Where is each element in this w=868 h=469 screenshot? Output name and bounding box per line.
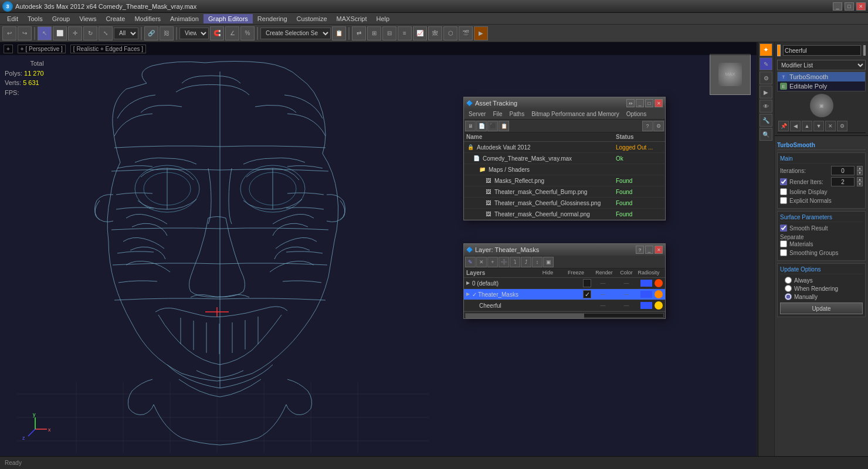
modifier-move-up[interactable]: ▲ [802, 121, 812, 131]
mirror-button[interactable]: ⇄ [352, 26, 366, 40]
layers-delete-btn[interactable]: ✕ [476, 257, 487, 267]
update-button[interactable]: Update [780, 303, 863, 314]
menu-help[interactable]: Help [372, 14, 395, 23]
motion-tab-icon[interactable]: ▶ [760, 86, 772, 98]
layer-row-cheerful[interactable]: Cheerful — — [464, 300, 665, 311]
asset-tracking-titlebar[interactable]: 🔷 Asset Tracking ⇔ _ □ ✕ [464, 97, 665, 109]
array-button[interactable]: ⊞ [367, 26, 381, 40]
snap-button[interactable]: 🧲 [210, 26, 224, 40]
viewport-perspective-label[interactable]: + [ Perspective ] [18, 45, 66, 53]
minimize-button[interactable]: _ [833, 2, 842, 11]
menu-views[interactable]: Views [74, 14, 101, 23]
layer-row-theater-masks[interactable]: ▶ ✓ Theater_Masks ✓ — — [464, 289, 665, 300]
window-controls[interactable]: _ □ ✕ [833, 2, 866, 11]
when-rendering-radio[interactable] [785, 285, 792, 292]
modifier-delete[interactable]: ✕ [825, 121, 836, 131]
angle-snap-button[interactable]: ∠ [225, 26, 239, 40]
asset-row-maxfile[interactable]: 📄 Comedy_Theatre_Mask_vray.max Ok [464, 153, 665, 164]
asset-row-normal[interactable]: 🖼 Theater_mask_Cheerful_normal.png Found [464, 209, 665, 220]
asset-menu-options[interactable]: Options [623, 110, 650, 118]
layer-color-theater[interactable] [640, 291, 652, 298]
maximize-button[interactable]: □ [845, 2, 854, 11]
modifier-nav-left[interactable]: ◀ [790, 121, 801, 131]
asset-menu-file[interactable]: File [489, 110, 506, 118]
object-color-picker[interactable] [863, 45, 866, 56]
render-iters-down[interactable]: ▼ [857, 182, 863, 186]
render-setup-button[interactable]: 🎬 [459, 26, 473, 40]
layer-check-default[interactable] [583, 279, 591, 287]
scale-button[interactable]: ⤡ [99, 26, 113, 40]
modifier-item-turbosmooth[interactable]: T TurboSmooth [778, 72, 865, 81]
asset-tracking-expand[interactable]: ⇔ [626, 99, 635, 107]
layers-minimize[interactable]: _ [645, 246, 653, 254]
menu-create[interactable]: Create [101, 14, 130, 23]
layer-color-cheerful[interactable] [640, 302, 652, 309]
render-iters-value[interactable]: 2 [831, 177, 855, 186]
object-color-swatch[interactable] [777, 45, 781, 56]
curve-editor-button[interactable]: 📈 [413, 26, 427, 40]
menu-customize[interactable]: Customize [292, 14, 332, 23]
object-name-input[interactable] [783, 45, 861, 56]
layer-row-default[interactable]: ▶ 0 (default) — — [464, 278, 665, 289]
search-icon[interactable]: 🔍 [760, 128, 772, 141]
close-button[interactable]: ✕ [856, 2, 866, 11]
layer-expand-default[interactable]: ▶ [466, 280, 472, 286]
layers-help[interactable]: ? [636, 246, 644, 254]
menu-edit[interactable]: Edit [2, 14, 23, 23]
asset-row-glossiness[interactable]: 🖼 Theater_mask_Cheerful_Glossiness.png F… [464, 198, 665, 209]
layers-edit-btn[interactable]: ✎ [465, 257, 476, 267]
display-tab-icon[interactable]: 👁 [760, 100, 772, 113]
undo-button[interactable]: ↩ [2, 26, 16, 40]
rotate-button[interactable]: ↻ [83, 26, 97, 40]
viewport-render-label[interactable]: [ Realistic + Edged Faces ] [70, 45, 146, 53]
layers-btn6[interactable]: ↕ [532, 257, 542, 267]
utility-tab-icon[interactable]: 🔧 [760, 114, 772, 127]
layer-expand-theater[interactable]: ▶ [466, 291, 472, 297]
create-tab-icon[interactable]: ✦ [760, 43, 772, 56]
redo-button[interactable]: ↪ [18, 26, 32, 40]
menu-tools[interactable]: Tools [23, 14, 48, 23]
menu-group[interactable]: Group [48, 14, 75, 23]
modifier-move-down[interactable]: ▼ [813, 121, 824, 131]
layer-check-theater[interactable]: ✓ [583, 290, 591, 298]
layers-scrollbar-thumb[interactable] [466, 314, 584, 318]
asset-menu-server[interactable]: Server [465, 110, 489, 118]
layers-titlebar[interactable]: 🔷 Layer: Theater_Masks ? _ ✕ [464, 244, 665, 256]
asset-tb-btn3[interactable]: ⬛ [487, 121, 498, 131]
filter-select[interactable]: All [114, 28, 138, 39]
always-radio[interactable] [785, 277, 792, 284]
pin-button[interactable]: 📌 [778, 121, 789, 131]
asset-tb-settings[interactable]: ⚙ [653, 121, 664, 131]
asset-row-vault[interactable]: 🔒 Autodesk Vault 2012 Logged Out ... [464, 142, 665, 153]
schematic-view-button[interactable]: 🕸 [428, 26, 442, 40]
asset-row-bump[interactable]: 🖼 Theater_mask_Cheerful_Bump.png Found [464, 186, 665, 198]
layers-btn4[interactable]: ⤵ [510, 257, 520, 267]
asset-tb-btn2[interactable]: 📄 [476, 121, 487, 131]
layers-select-btn[interactable]: ▣ [543, 257, 554, 267]
materials-checkbox[interactable] [780, 240, 787, 247]
modifier-config[interactable]: ⚙ [837, 121, 847, 131]
render-button[interactable]: ▶ [474, 26, 488, 40]
asset-tracking-minimize[interactable]: _ [636, 99, 644, 107]
hierarchy-tab-icon[interactable]: ⚙ [760, 72, 772, 84]
layers-scrollbar-track[interactable] [465, 313, 664, 318]
menu-rendering[interactable]: Rendering [253, 14, 292, 23]
iterations-spinner[interactable]: ▲ ▼ [857, 166, 863, 175]
layer-color-default[interactable] [640, 280, 652, 287]
menu-animation[interactable]: Animation [165, 14, 204, 23]
percent-snap-button[interactable]: % [240, 26, 255, 40]
viewport-nav-label[interactable]: + [4, 45, 13, 53]
asset-row-maps[interactable]: 📁 Maps / Shaders [464, 164, 665, 175]
iterations-down[interactable]: ▼ [857, 171, 863, 175]
modify-tab-icon[interactable]: ✎ [760, 57, 772, 70]
select-region-button[interactable]: ⬜ [53, 26, 67, 40]
iterations-up[interactable]: ▲ [857, 166, 863, 171]
modifier-item-editable-poly[interactable]: E Editable Poly [778, 81, 865, 91]
layers-add-btn[interactable]: + [487, 257, 498, 267]
link-button[interactable]: 🔗 [144, 26, 158, 40]
layer-manager-button[interactable]: ≡ [398, 26, 412, 40]
explicit-normals-checkbox[interactable] [780, 197, 787, 204]
menu-modifiers[interactable]: Modifiers [130, 14, 165, 23]
material-editor-button[interactable]: ⬡ [443, 26, 457, 40]
unlink-button[interactable]: ⛓ [160, 26, 174, 40]
